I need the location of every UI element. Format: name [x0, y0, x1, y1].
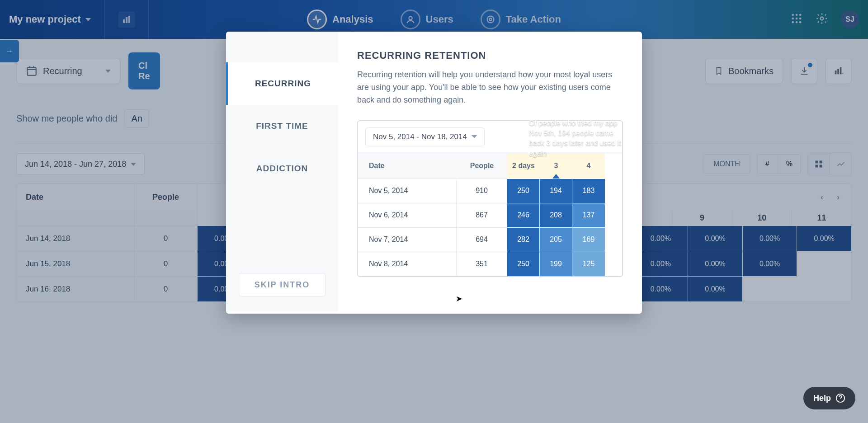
ex-date: Nov 7, 2014	[358, 227, 456, 252]
ex-people: 867	[457, 203, 507, 227]
ex-cell: 282	[507, 227, 539, 252]
ex-cell: 169	[572, 227, 605, 252]
ex-cell: 246	[507, 203, 539, 227]
modal-tab-recurring[interactable]: RECURRING	[226, 62, 338, 105]
skip-intro-button[interactable]: SKIP INTRO	[239, 273, 326, 296]
ex-header-date: Date	[358, 153, 457, 179]
cursor-icon: ➤	[456, 294, 462, 304]
ex-cell: 183	[572, 179, 605, 203]
ex-people: 694	[457, 227, 507, 252]
help-icon	[835, 393, 845, 403]
ex-date: Nov 6, 2014	[358, 203, 456, 227]
help-label: Help	[813, 394, 831, 403]
example-table: Nov 5, 2014 - Nov 18, 2014 Of people who…	[357, 120, 623, 277]
modal-tab-addiction[interactable]: ADDICTION	[226, 147, 338, 190]
modal-tab-first-time[interactable]: FIRST TIME	[226, 105, 338, 147]
ex-date: Nov 8, 2014	[358, 252, 456, 276]
example-date-picker[interactable]: Nov 5, 2014 - Nov 18, 2014	[365, 127, 485, 146]
ex-cell: 137	[572, 203, 605, 227]
modal-description: Recurring retention will help you unders…	[357, 69, 623, 107]
intro-modal: RECURRING FIRST TIME ADDICTION SKIP INTR…	[226, 32, 642, 314]
modal-body: RECURRING RETENTION Recurring retention …	[338, 32, 642, 314]
help-button[interactable]: Help	[803, 387, 855, 409]
ex-cell: 125	[572, 252, 605, 276]
ex-header-people: People	[457, 153, 507, 179]
ex-cell: 194	[540, 179, 572, 203]
example-tooltip: Of people who tried my app Nov 5th, 194 …	[527, 118, 626, 159]
chevron-down-icon	[472, 135, 477, 138]
ex-cell: 199	[540, 252, 572, 276]
modal-sidebar: RECURRING FIRST TIME ADDICTION SKIP INTR…	[226, 32, 338, 314]
ex-people: 351	[457, 252, 507, 276]
ex-people: 910	[457, 179, 507, 203]
ex-cell: 208	[540, 203, 572, 227]
ex-cell: 250	[507, 252, 539, 276]
pointer-triangle-icon	[552, 174, 560, 179]
ex-cell: 205	[540, 227, 572, 252]
ex-date: Nov 5, 2014	[358, 179, 456, 203]
ex-cell: 250	[507, 179, 539, 203]
modal-title: RECURRING RETENTION	[357, 50, 623, 61]
